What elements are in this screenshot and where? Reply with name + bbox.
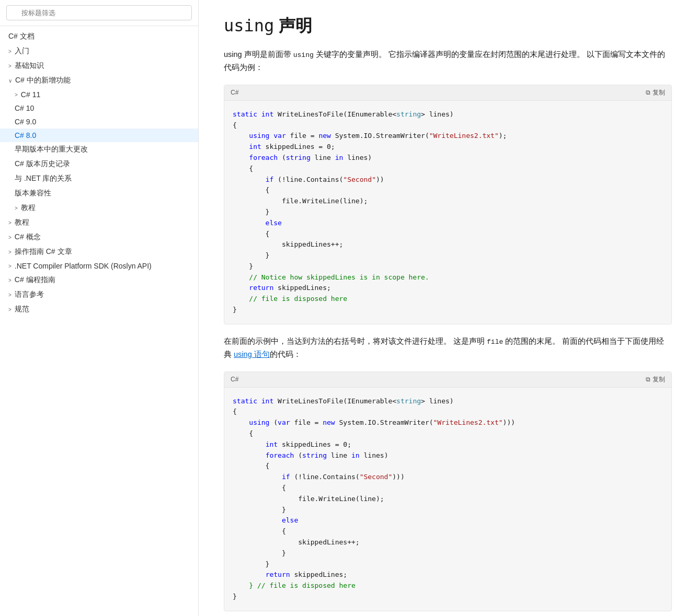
code-pre-1: static int WriteLinesToFile(IEnumerable<… <box>233 109 663 316</box>
filter-bar: ⊞ <box>0 0 198 26</box>
sidebar-item-csharp10[interactable]: C# 10 <box>0 101 198 115</box>
sidebar-item-lang-ref[interactable]: >语言参考 <box>0 287 198 302</box>
nav-item-label: 教程 <box>15 218 29 227</box>
copy-icon-1: ⧉ <box>646 89 650 96</box>
using-statement-link[interactable]: using 语句 <box>234 350 270 358</box>
filter-wrap: ⊞ <box>6 5 192 20</box>
copy-label-1: 复制 <box>653 88 665 97</box>
chevron-icon: > <box>8 220 12 226</box>
copy-button-1[interactable]: ⧉ 复制 <box>646 88 665 97</box>
nav-list: C# 文档>入门>基础知识∨C# 中的新增功能>C# 11C# 10C# 9.0… <box>0 26 198 320</box>
title-suffix: 声明 <box>279 16 312 35</box>
sidebar-item-guide[interactable]: >C# 编程指南 <box>0 273 198 287</box>
nav-item-label: C# 8.0 <box>15 131 36 140</box>
nav-item-label: 操作指南 C# 文章 <box>15 247 72 257</box>
sidebar-item-intro[interactable]: >入门 <box>0 44 198 59</box>
chevron-icon: > <box>8 277 12 283</box>
nav-item-label: C# 10 <box>15 104 34 112</box>
code-lang-2: C# <box>231 376 238 383</box>
intro-paragraph: using 声明是前面带 using 关键字的变量声明。 它指示编译器声明的变量… <box>224 48 672 74</box>
sidebar-item-howto[interactable]: >操作指南 C# 文章 <box>0 245 198 259</box>
code-block-1: C# ⧉ 复制 static int WriteLinesToFile(IEnu… <box>224 85 672 324</box>
sidebar: ⊞ C# 文档>入门>基础知识∨C# 中的新增功能>C# 11C# 10C# 9… <box>0 0 199 616</box>
sidebar-item-compatibility[interactable]: 版本兼容性 <box>0 186 198 201</box>
nav-item-label: C# 9.0 <box>15 118 36 126</box>
chevron-icon: > <box>8 63 12 69</box>
code-header-2: C# ⧉ 复制 <box>224 372 671 388</box>
title-prefix: using <box>224 16 274 36</box>
nav-item-label: .NET Compiler Platform SDK (Roslyn API) <box>15 262 152 270</box>
nav-item-label: 版本兼容性 <box>15 189 51 198</box>
sidebar-item-tutorials[interactable]: >教程 <box>0 215 198 230</box>
chevron-icon: > <box>8 249 12 255</box>
chevron-icon: > <box>8 235 12 240</box>
code-block-2: C# ⧉ 复制 static int WriteLinesToFile(IEnu… <box>224 371 672 611</box>
nav-item-label: 与 .NET 库的关系 <box>15 174 72 183</box>
filter-input[interactable] <box>6 5 192 20</box>
nav-item-label: C# 概念 <box>15 233 41 242</box>
code-pre-2: static int WriteLinesToFile(IEnumerable<… <box>233 396 663 602</box>
chevron-icon: > <box>8 307 12 312</box>
nav-item-label: C# 版本历史记录 <box>15 159 70 169</box>
sidebar-item-csharp-docs[interactable]: C# 文档 <box>0 29 198 44</box>
code-body-2: static int WriteLinesToFile(IEnumerable<… <box>224 388 671 611</box>
chevron-icon: > <box>8 263 12 269</box>
copy-icon-2: ⧉ <box>646 376 650 383</box>
code-lang-1: C# <box>231 89 238 96</box>
page-title: using 声明 <box>224 15 672 38</box>
sidebar-item-csharp9[interactable]: C# 9.0 <box>0 115 198 129</box>
main-content: using 声明 using 声明是前面带 using 关键字的变量声明。 它指… <box>199 0 697 616</box>
nav-item-label: 语言参考 <box>15 290 44 299</box>
sidebar-item-spec[interactable]: >规范 <box>0 302 198 317</box>
nav-item-label: C# 编程指南 <box>15 275 55 285</box>
sidebar-item-early-changes[interactable]: 早期版本中的重大更改 <box>0 142 198 157</box>
sidebar-item-new-features[interactable]: ∨C# 中的新增功能 <box>0 73 198 88</box>
nav-item-label: 入门 <box>15 47 29 56</box>
nav-item-label: 基础知识 <box>15 61 44 71</box>
chevron-icon: > <box>15 92 18 98</box>
sidebar-item-csharp8[interactable]: C# 8.0 <box>0 129 198 142</box>
sidebar-item-concepts[interactable]: >C# 概念 <box>0 230 198 245</box>
nav-item-label: C# 文档 <box>8 32 35 41</box>
nav-item-label: 教程 <box>21 203 36 213</box>
nav-item-label: 规范 <box>15 305 29 314</box>
sidebar-item-version-history[interactable]: C# 版本历史记录 <box>0 157 198 171</box>
sidebar-item-basics[interactable]: >基础知识 <box>0 59 198 73</box>
nav-item-label: C# 中的新增功能 <box>15 76 71 85</box>
code-body-1: static int WriteLinesToFile(IEnumerable<… <box>224 101 671 324</box>
chevron-icon: > <box>15 205 18 211</box>
code-header-1: C# ⧉ 复制 <box>224 85 671 101</box>
copy-label-2: 复制 <box>653 375 665 384</box>
chevron-icon: > <box>8 49 12 54</box>
mid-paragraph: 在前面的示例中，当达到方法的右括号时，将对该文件进行处理。 这是声明 file … <box>224 335 672 361</box>
nav-item-label: 早期版本中的重大更改 <box>15 145 88 154</box>
nav-item-label: C# 11 <box>21 90 40 99</box>
chevron-icon: ∨ <box>8 78 12 84</box>
chevron-icon: > <box>8 292 12 298</box>
sidebar-item-tutorials-sub[interactable]: >教程 <box>0 201 198 215</box>
sidebar-item-csharp11[interactable]: >C# 11 <box>0 88 198 101</box>
sidebar-item-roslyn[interactable]: >.NET Compiler Platform SDK (Roslyn API) <box>0 259 198 273</box>
copy-button-2[interactable]: ⧉ 复制 <box>646 375 665 384</box>
sidebar-item-dotnet-relation[interactable]: 与 .NET 库的关系 <box>0 171 198 186</box>
